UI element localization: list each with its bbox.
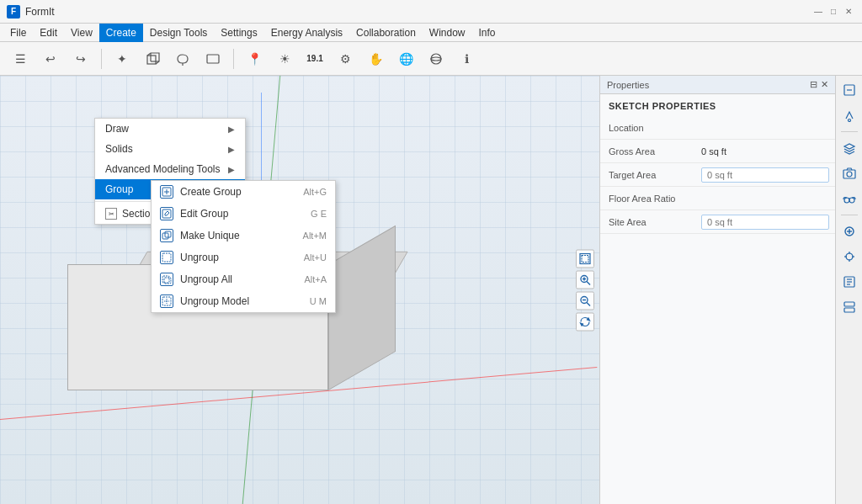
menu-group-label: Group xyxy=(105,183,133,195)
draw-arrow-icon: ▶ xyxy=(228,125,235,134)
prop-site-area-input[interactable] xyxy=(701,215,829,230)
toolbar-box-btn[interactable] xyxy=(200,45,226,72)
svg-rect-19 xyxy=(162,210,171,218)
create-group-icon xyxy=(160,185,173,199)
create-group-shortcut: Alt+G xyxy=(303,187,327,197)
ip-separator-2 xyxy=(841,215,858,215)
submenu-edit-group[interactable]: Edit Group G E xyxy=(152,203,335,225)
toolbar-hand-btn[interactable]: ✋ xyxy=(362,45,389,72)
close-button[interactable]: ✕ xyxy=(842,5,855,19)
menu-advanced-modeling-item[interactable]: Advanced Modeling Tools ▶ xyxy=(95,159,245,179)
menu-bar: File Edit View Create Design Tools Setti… xyxy=(0,24,862,42)
ip-camera-btn[interactable] xyxy=(838,162,860,184)
panel-close-btn[interactable]: ✕ xyxy=(821,79,828,90)
toolbar-lasso-btn[interactable] xyxy=(169,45,196,72)
toolbar-select-btn[interactable]: ✦ xyxy=(109,45,136,72)
ip-book-btn[interactable] xyxy=(838,271,860,293)
svg-point-30 xyxy=(847,172,852,177)
ungroup-label: Ungroup xyxy=(180,252,297,263)
menu-edit[interactable]: Edit xyxy=(33,24,64,42)
make-unique-shortcut: Alt+M xyxy=(303,231,327,241)
viewport[interactable]: Draw ▶ Solids ▶ Advanced Modeling Tools … xyxy=(0,76,599,504)
menu-settings[interactable]: Settings xyxy=(214,24,263,42)
properties-panel: Properties ⊟ ✕ SKETCH PROPERTIES Locatio… xyxy=(599,76,835,504)
menu-create[interactable]: Create xyxy=(99,24,143,42)
prop-site-area-row: Site Area xyxy=(600,210,835,234)
toolbar-menu-btn[interactable]: ☰ xyxy=(7,45,34,72)
toolbar-separator-1 xyxy=(101,49,102,69)
toolbar-location-btn[interactable]: 📍 xyxy=(241,45,268,72)
svg-point-3 xyxy=(431,54,441,64)
ip-glasses-btn[interactable] xyxy=(838,188,860,210)
maximize-button[interactable]: □ xyxy=(827,5,840,19)
toolbar-sun-btn[interactable]: ☀ xyxy=(271,45,298,72)
menu-advanced-label: Advanced Modeling Tools xyxy=(105,163,221,175)
menu-solids-item[interactable]: Solids ▶ xyxy=(95,139,245,159)
create-group-label: Create Group xyxy=(180,186,296,198)
icons-panel xyxy=(835,76,862,504)
svg-point-28 xyxy=(848,119,850,122)
svg-rect-46 xyxy=(844,308,854,312)
menu-collaboration[interactable]: Collaboration xyxy=(349,24,423,42)
menu-window[interactable]: Window xyxy=(423,24,472,42)
panel-pin-btn[interactable]: ⊟ xyxy=(810,79,817,90)
ungroup-model-label: Ungroup Model xyxy=(180,295,303,307)
prop-target-area-row: Target Area xyxy=(600,163,835,187)
svg-rect-2 xyxy=(207,55,219,63)
ip-sketch-btn[interactable] xyxy=(838,79,860,101)
ip-plus-btn[interactable] xyxy=(838,220,860,242)
window-controls: — □ ✕ xyxy=(811,5,855,19)
ip-layers-btn[interactable] xyxy=(838,137,860,159)
main-content: Draw ▶ Solids ▶ Advanced Modeling Tools … xyxy=(0,76,862,504)
ungroup-all-icon xyxy=(160,273,173,286)
ip-separator-1 xyxy=(841,131,858,132)
menu-draw-item[interactable]: Draw ▶ xyxy=(95,119,245,139)
toolbar-cube-btn[interactable] xyxy=(139,45,166,72)
dropdown-overlay[interactable]: Draw ▶ Solids ▶ Advanced Modeling Tools … xyxy=(0,118,599,504)
svg-point-32 xyxy=(849,198,854,203)
ip-layers2-btn[interactable] xyxy=(838,296,860,318)
toolbar: ☰ ↩ ↪ ✦ 📍 ☀ 19.1 ⚙ ✋ 🌐 ℹ xyxy=(0,42,862,76)
toolbar-redo-btn[interactable]: ↪ xyxy=(67,45,94,72)
panel-title: Properties xyxy=(607,80,649,90)
panel-section-title: SKETCH PROPERTIES xyxy=(600,94,835,116)
toolbar-level-btn[interactable]: 19.1 xyxy=(301,45,328,72)
submenu-create-group[interactable]: Create Group Alt+G xyxy=(152,181,335,203)
solids-arrow-icon: ▶ xyxy=(228,145,235,154)
edit-group-label: Edit Group xyxy=(180,208,304,220)
svg-rect-22 xyxy=(162,253,171,262)
svg-point-31 xyxy=(844,198,849,203)
prop-target-area-input[interactable] xyxy=(701,167,829,183)
ungroup-model-shortcut: U M xyxy=(310,296,327,306)
title-bar: F FormIt — □ ✕ xyxy=(0,0,862,24)
ip-paint-btn[interactable] xyxy=(838,104,860,126)
submenu-ungroup[interactable]: Ungroup Alt+U xyxy=(152,247,335,268)
toolbar-undo-btn[interactable]: ↩ xyxy=(37,45,64,72)
svg-point-36 xyxy=(846,253,853,260)
menu-draw-label: Draw xyxy=(105,123,129,135)
prop-target-area-label: Target Area xyxy=(609,170,701,180)
edit-group-shortcut: G E xyxy=(311,209,327,219)
menu-energy-analysis[interactable]: Energy Analysis xyxy=(264,24,349,42)
prop-site-area-label: Site Area xyxy=(609,217,701,227)
toolbar-info-btn[interactable]: ℹ xyxy=(453,45,480,72)
edit-group-icon xyxy=(160,207,173,220)
submenu-make-unique[interactable]: Make Unique Alt+M xyxy=(152,225,335,247)
menu-info[interactable]: Info xyxy=(472,24,503,42)
prop-gross-area-row: Gross Area 0 sq ft xyxy=(600,140,835,163)
toolbar-ring-btn[interactable] xyxy=(423,45,450,72)
submenu-ungroup-all[interactable]: Ungroup All Alt+A xyxy=(152,268,335,290)
menu-solids-label: Solids xyxy=(105,143,133,155)
menu-design-tools[interactable]: Design Tools xyxy=(143,24,214,42)
ungroup-icon xyxy=(160,251,173,264)
prop-location-row: Location xyxy=(600,116,835,140)
menu-view[interactable]: View xyxy=(64,24,99,42)
ip-crosshair-btn[interactable] xyxy=(838,246,860,268)
minimize-button[interactable]: — xyxy=(811,5,825,19)
toolbar-globe-btn[interactable]: 🌐 xyxy=(392,45,419,72)
submenu-ungroup-model[interactable]: Ungroup Model U M xyxy=(152,290,335,312)
menu-file[interactable]: File xyxy=(3,24,33,42)
toolbar-settings-btn[interactable]: ⚙ xyxy=(332,45,359,72)
prop-gross-area-label: Gross Area xyxy=(609,146,701,157)
section-plane-icon: ✂ xyxy=(105,208,117,220)
